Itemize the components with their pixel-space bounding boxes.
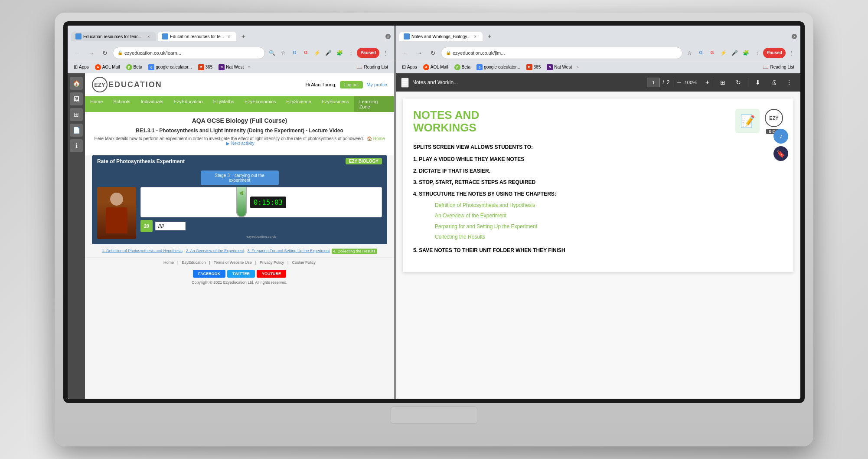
right-tab-1[interactable]: Notes and Workings_Biology... × <box>399 32 483 41</box>
back-button-left[interactable]: ← <box>71 47 83 59</box>
address-bar-left[interactable]: 🔒 ezyeducation.co.uk/learn... <box>113 47 265 59</box>
nav-home[interactable]: Home <box>85 96 108 112</box>
sidebar-info-icon[interactable]: ℹ <box>70 139 83 152</box>
puzzle-icon-left[interactable]: 🧩 <box>334 48 345 58</box>
sidebar-doc-icon[interactable]: 📄 <box>70 124 83 137</box>
pdf-zoom-in[interactable]: + <box>705 79 709 86</box>
pdf-rotate-btn[interactable]: ↻ <box>732 76 744 89</box>
menu-btn-left[interactable]: ⋮ <box>380 48 391 58</box>
footer-privacy[interactable]: Privacy Policy <box>260 260 284 265</box>
forward-button-left[interactable]: → <box>85 47 97 59</box>
tally-input[interactable]: //// <box>155 222 186 230</box>
chapter-2-link[interactable]: 2. An Overview of the Experiment <box>186 249 244 254</box>
footer-home[interactable]: Home <box>163 260 174 265</box>
pdf-fullscreen-btn[interactable]: ⊞ <box>717 76 729 89</box>
pdf-menu-button[interactable]: ☰ <box>401 78 409 88</box>
address-bar-right[interactable]: 🔒 ezyeducation.co.uk/jlm... <box>441 47 682 59</box>
bookmark-natwest-left[interactable]: N Nat West <box>216 63 246 71</box>
left-sidebar: 🏠 🖼 ⊞ 📄 ℹ <box>68 73 85 399</box>
nav-individuals[interactable]: Individuals <box>135 96 168 112</box>
menu-btn-right[interactable]: ⋮ <box>786 48 797 58</box>
nav-ezymaths[interactable]: EzyMaths <box>208 96 239 112</box>
pdf-more-btn[interactable]: ⋮ <box>783 76 795 89</box>
refresh-button-right[interactable]: ↻ <box>427 47 439 59</box>
pdf-print-btn[interactable]: 🖨 <box>767 76 780 89</box>
bookmark-google-left[interactable]: g google calculator... <box>146 63 194 71</box>
sidebar-home-icon[interactable]: 🏠 <box>70 77 83 90</box>
window-control-right[interactable]: × <box>792 34 797 39</box>
nav-ezybusiness[interactable]: EzyBusiness <box>317 96 354 112</box>
trackpad[interactable] <box>391 407 477 424</box>
nav-ezyscience[interactable]: EzyScience <box>281 96 316 112</box>
puzzle-icon-right[interactable]: 🧩 <box>741 48 751 58</box>
right-tab1-close[interactable]: × <box>472 33 478 39</box>
window-control-left[interactable]: × <box>385 34 391 39</box>
bookmark-365-left[interactable]: M 365 <box>196 63 215 71</box>
search-icon-left[interactable]: 🔍 <box>267 48 277 58</box>
reading-list-left[interactable]: 📖 Reading List <box>354 63 391 71</box>
new-tab-left[interactable]: + <box>238 31 248 42</box>
nav-learning-zone[interactable]: Learning Zone <box>354 96 394 112</box>
pdf-zoom-out[interactable]: − <box>677 79 681 86</box>
ext1-icon-left[interactable]: G <box>289 48 300 58</box>
star-icon-left[interactable]: ☆ <box>278 48 288 58</box>
footer-cookie[interactable]: Cookie Policy <box>292 260 316 265</box>
bookmark-aol-right[interactable]: A AOL Mail <box>421 63 451 71</box>
ext3-icon-right[interactable]: ⚡ <box>718 48 728 58</box>
next-activity-link[interactable]: ▶ Next activity <box>226 141 255 146</box>
pdf-page-input[interactable] <box>647 78 660 87</box>
footer-terms[interactable]: Terms of Website Use <box>214 260 252 265</box>
ext2-icon-right[interactable]: G <box>707 48 717 58</box>
chapter-4-link[interactable]: 4. Collecting the Results <box>332 249 377 254</box>
mic-icon-left[interactable]: 🎤 <box>323 48 333 58</box>
ext3-icon-left[interactable]: ⚡ <box>312 48 322 58</box>
nav-ezyeconomics[interactable]: EzyEconomics <box>239 96 281 112</box>
left-tab2-close[interactable]: × <box>226 33 232 39</box>
pdf-audio-btn[interactable]: ♪ <box>773 129 788 144</box>
left-tab-1[interactable]: Education resources for teach... × <box>71 32 156 41</box>
page-org-title: AQA GCSE Biology (Full Course) <box>92 117 387 124</box>
footer-ezy[interactable]: EzyEducation <box>182 260 206 265</box>
reading-list-right[interactable]: 📖 Reading List <box>760 63 797 71</box>
bookmark-apps-right[interactable]: ⊞ Apps <box>399 63 420 71</box>
bookmark-more-left[interactable]: » <box>248 65 251 69</box>
ext1-icon-right[interactable]: G <box>695 48 706 58</box>
chapter-3-link[interactable]: 3. Preparing For and Setting Up the Expe… <box>248 249 330 254</box>
pdf-bookmark-btn[interactable]: 🔖 <box>773 146 788 161</box>
pdf-download-btn[interactable]: ⬇ <box>752 76 764 89</box>
paused-button-right[interactable]: Paused <box>763 48 786 58</box>
bookmark-natwest-label-left: Nat West <box>226 65 244 69</box>
facebook-button[interactable]: FACEBOOK <box>193 270 225 278</box>
left-tab-2[interactable]: Education resources for te... × <box>158 32 236 41</box>
twitter-button[interactable]: TWITTER <box>227 270 255 278</box>
sidebar-image-icon[interactable]: 🖼 <box>70 92 83 105</box>
bookmark-natwest-right[interactable]: N Nat West <box>544 63 574 71</box>
star-icon-right[interactable]: ☆ <box>684 48 695 58</box>
bookmark-aol-left[interactable]: A AOL Mail <box>92 63 123 71</box>
bookmark-beta-right[interactable]: β Beta <box>452 63 473 71</box>
my-profile-link[interactable]: My profile <box>366 82 387 87</box>
nav-schools[interactable]: Schools <box>108 96 135 112</box>
bookmark-365-right[interactable]: M 365 <box>524 63 544 71</box>
bookmark-google-right[interactable]: g google calculator... <box>474 63 522 71</box>
stage-button[interactable]: Stage 3 – carrying out the experiment <box>201 170 279 185</box>
left-tab1-close[interactable]: × <box>146 33 152 39</box>
new-tab-right[interactable]: + <box>484 31 495 42</box>
forward-button-right[interactable]: → <box>413 47 425 59</box>
mic-icon-right[interactable]: 🎤 <box>729 48 740 58</box>
chapter-1-link[interactable]: 1. Definition of Photosynthesis and Hypo… <box>102 249 183 254</box>
ext2-icon-left[interactable]: G <box>300 48 311 58</box>
bookmark-more-right[interactable]: » <box>576 65 579 69</box>
refresh-button-left[interactable]: ↻ <box>99 47 111 59</box>
bookmark-beta-left[interactable]: β Beta <box>124 63 145 71</box>
youtube-button[interactable]: YOUTUBE <box>257 270 286 278</box>
nav-ezyeducation[interactable]: EzyEducation <box>168 96 208 112</box>
back-button-right[interactable]: ← <box>399 47 411 59</box>
sidebar-grid-icon[interactable]: ⊞ <box>70 108 83 121</box>
ext4-icon-right[interactable]: ↕ <box>752 48 762 58</box>
ext4-icon-left[interactable]: ↕ <box>346 48 356 58</box>
bookmark-apps-left[interactable]: ⊞ Apps <box>71 63 91 71</box>
paused-button-left[interactable]: Paused <box>357 48 379 58</box>
logout-button[interactable]: Log out <box>340 81 363 89</box>
breadcrumb-home-link[interactable]: 🏠 Home <box>367 136 385 141</box>
